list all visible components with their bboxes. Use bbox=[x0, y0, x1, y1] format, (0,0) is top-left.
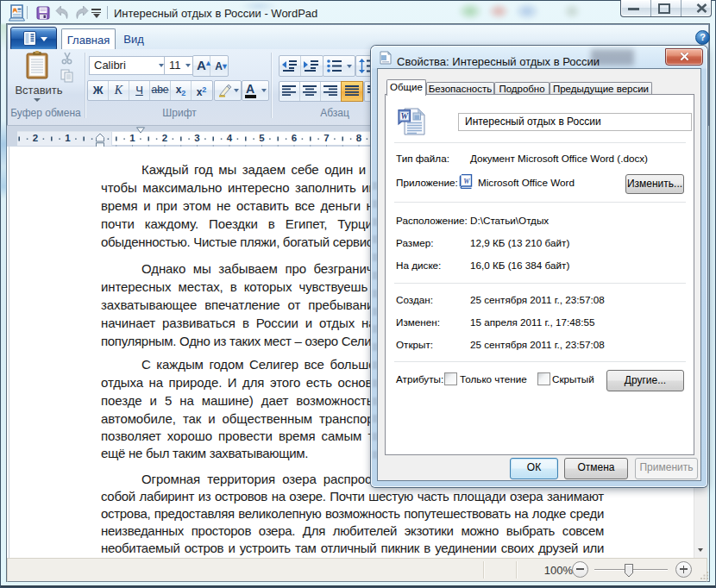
svg-text:W: W bbox=[401, 112, 409, 121]
svg-text:W: W bbox=[463, 178, 470, 185]
